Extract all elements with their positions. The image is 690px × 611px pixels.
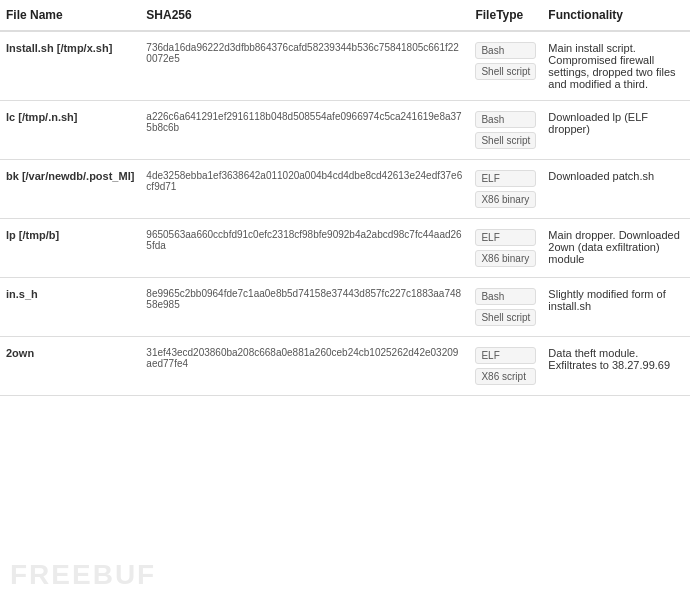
table-row: 2own31ef43ecd203860ba208c668a0e881a260ce… (0, 337, 690, 396)
filetype-badge: ELF (475, 229, 536, 246)
filetype-badge: Bash (475, 288, 536, 305)
col-header-sha256: SHA256 (140, 0, 469, 31)
cell-functionality: Main dropper. Downloaded 2own (data exfi… (542, 219, 690, 278)
cell-filename: bk [/var/newdb/.post_MI] (0, 160, 140, 219)
cell-functionality: Main install script. Compromised firewal… (542, 31, 690, 101)
filetype-badge: ELF (475, 347, 536, 364)
cell-filename: 2own (0, 337, 140, 396)
table-row: Install.sh [/tmp/x.sh]736da16da96222d3df… (0, 31, 690, 101)
cell-filename: in.s_h (0, 278, 140, 337)
cell-sha256: 4de3258ebba1ef3638642a011020a004b4cd4dbe… (140, 160, 469, 219)
cell-filetype: BashShell script (469, 31, 542, 101)
cell-filetype: ELFX86 binary (469, 160, 542, 219)
filetype-badge: ELF (475, 170, 536, 187)
cell-filetype: BashShell script (469, 278, 542, 337)
cell-filetype: ELFX86 script (469, 337, 542, 396)
filetype-badge: Shell script (475, 63, 536, 80)
cell-functionality: Downloaded patch.sh (542, 160, 690, 219)
table-row: lp [/tmp/b]9650563aa660ccbfd91c0efc2318c… (0, 219, 690, 278)
table-row: in.s_h8e9965c2bb0964fde7c1aa0e8b5d74158e… (0, 278, 690, 337)
cell-sha256: 9650563aa660ccbfd91c0efc2318cf98bfe9092b… (140, 219, 469, 278)
col-header-functionality: Functionality (542, 0, 690, 31)
filetype-badge: Shell script (475, 132, 536, 149)
cell-filename: Install.sh [/tmp/x.sh] (0, 31, 140, 101)
cell-filetype: ELFX86 binary (469, 219, 542, 278)
table-row: lc [/tmp/.n.sh]a226c6a641291ef2916118b04… (0, 101, 690, 160)
cell-sha256: a226c6a641291ef2916118b048d508554afe0966… (140, 101, 469, 160)
cell-sha256: 8e9965c2bb0964fde7c1aa0e8b5d74158e37443d… (140, 278, 469, 337)
table-header: File Name SHA256 FileType Functionality (0, 0, 690, 31)
cell-filetype: BashShell script (469, 101, 542, 160)
filetype-badge: X86 binary (475, 191, 536, 208)
cell-sha256: 736da16da96222d3dfbb864376cafd58239344b5… (140, 31, 469, 101)
main-table: File Name SHA256 FileType Functionality … (0, 0, 690, 396)
cell-functionality: Downloaded lp (ELF dropper) (542, 101, 690, 160)
filetype-badge: Shell script (475, 309, 536, 326)
cell-filename: lc [/tmp/.n.sh] (0, 101, 140, 160)
cell-sha256: 31ef43ecd203860ba208c668a0e881a260ceb24c… (140, 337, 469, 396)
filetype-badge: X86 script (475, 368, 536, 385)
filetype-badge: Bash (475, 111, 536, 128)
col-header-filename: File Name (0, 0, 140, 31)
filetype-badge: Bash (475, 42, 536, 59)
table-row: bk [/var/newdb/.post_MI]4de3258ebba1ef36… (0, 160, 690, 219)
col-header-filetype: FileType (469, 0, 542, 31)
filetype-badge: X86 binary (475, 250, 536, 267)
cell-functionality: Slightly modified form of install.sh (542, 278, 690, 337)
cell-filename: lp [/tmp/b] (0, 219, 140, 278)
cell-functionality: Data theft module. Exfiltrates to 38.27.… (542, 337, 690, 396)
